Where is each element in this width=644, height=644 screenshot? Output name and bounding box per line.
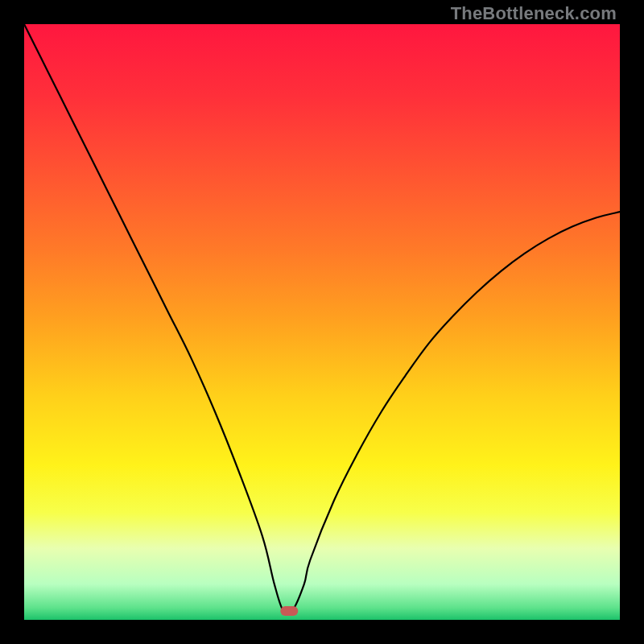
- chart-frame: TheBottleneck.com: [0, 0, 644, 644]
- plot-area: [24, 24, 620, 620]
- watermark-text: TheBottleneck.com: [451, 3, 617, 24]
- optimum-marker: [280, 606, 298, 616]
- chart-svg: [24, 24, 620, 620]
